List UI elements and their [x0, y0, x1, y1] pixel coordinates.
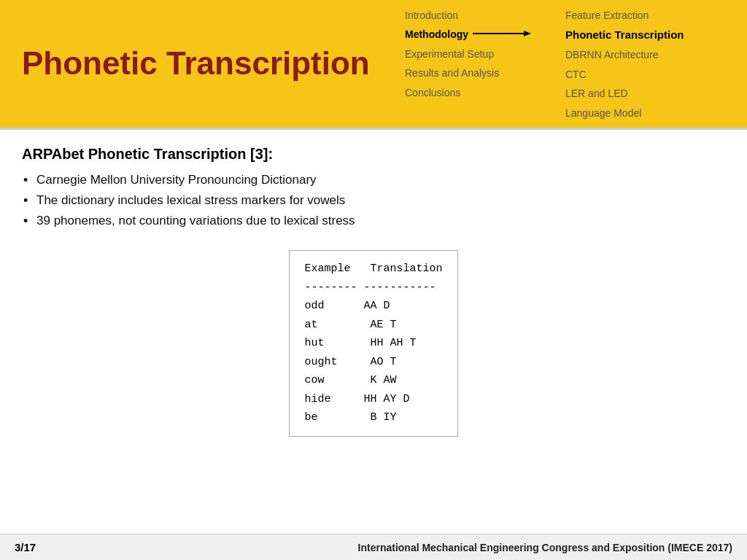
- svg-marker-1: [524, 31, 531, 36]
- table-row-at: at AE T: [304, 316, 442, 335]
- nav-ler-led[interactable]: LER and LED: [565, 85, 711, 101]
- nav-phonetic-transcription[interactable]: Phonetic Transcription: [565, 26, 711, 44]
- page-number: 3/17: [15, 541, 36, 553]
- bullet-item-1: Carnegie Mellon University Pronouncing D…: [22, 173, 725, 187]
- nav-col-right: Feature Extraction Phonetic Transcriptio…: [565, 7, 711, 120]
- nav-language-model[interactable]: Language Model: [565, 105, 711, 121]
- table-row-cow: cow K AW: [304, 371, 442, 390]
- nav-col-left: Introduction Methodology Experimental Se…: [405, 7, 551, 120]
- table-row-odd: odd AA D: [304, 297, 442, 316]
- slide-title: Phonetic Transcription: [22, 44, 370, 83]
- section-title: ARPAbet Phonetic Transcription [3]:: [22, 146, 725, 163]
- nav-results-analysis[interactable]: Results and Analysis: [405, 65, 551, 81]
- table-row-ought: ought AO T: [304, 353, 442, 372]
- conference-name: International Mechanical Engineering Con…: [358, 542, 732, 553]
- nav-introduction[interactable]: Introduction: [405, 7, 551, 23]
- table-separator: -------- -----------: [304, 279, 442, 298]
- main-content: ARPAbet Phonetic Transcription [3]: Carn…: [0, 131, 747, 531]
- bullet-item-3: 39 phonemes, not counting variations due…: [22, 214, 725, 228]
- nav-dbrnn-architecture[interactable]: DBRNN Architecture: [565, 47, 711, 63]
- table-header-translation: Translation: [371, 262, 443, 275]
- top-navigation: Introduction Methodology Experimental Se…: [394, 0, 747, 128]
- nav-feature-extraction[interactable]: Feature Extraction: [565, 7, 711, 23]
- bullet-item-2: The dictionary includes lexical stress m…: [22, 193, 725, 208]
- nav-conclusions[interactable]: Conclusions: [405, 85, 551, 101]
- footer: 3/17 International Mechanical Engineerin…: [0, 534, 747, 560]
- translation-table: Example Translation -------- -----------…: [289, 250, 457, 437]
- table-row-hut: hut HH AH T: [304, 334, 442, 353]
- slide-title-area: Phonetic Transcription: [0, 0, 394, 128]
- arrow-icon: [473, 28, 531, 42]
- nav-methodology[interactable]: Methodology: [405, 26, 468, 42]
- table-header: Example Translation: [304, 260, 442, 279]
- bullet-list: Carnegie Mellon University Pronouncing D…: [22, 173, 725, 228]
- nav-experimental-setup[interactable]: Experimental Setup: [405, 46, 551, 62]
- nav-ctc[interactable]: CTC: [565, 66, 711, 82]
- table-row-hide: hide HH AY D: [304, 390, 442, 409]
- separator-line: [0, 128, 747, 130]
- table-row-be: be B IY: [304, 408, 442, 427]
- table-container: Example Translation -------- -----------…: [22, 250, 725, 437]
- table-header-example: Example: [304, 262, 350, 275]
